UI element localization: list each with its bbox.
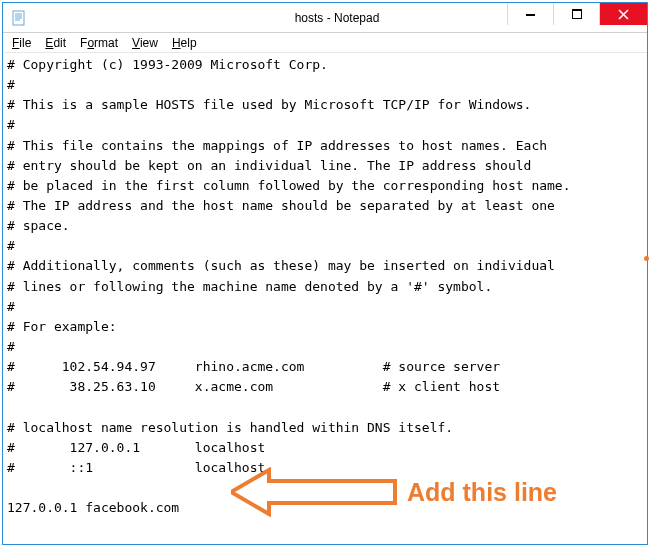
svg-marker-10: [231, 470, 395, 514]
titlebar[interactable]: hosts - Notepad: [3, 3, 647, 33]
menu-help[interactable]: Help: [165, 35, 204, 51]
maximize-button[interactable]: [553, 3, 599, 25]
svg-rect-5: [526, 14, 535, 16]
menu-edit[interactable]: Edit: [38, 35, 73, 51]
close-button[interactable]: [599, 3, 647, 25]
app-icon: [11, 10, 27, 26]
text-editor[interactable]: # Copyright (c) 1993-2009 Microsoft Corp…: [3, 53, 647, 544]
minimize-button[interactable]: [507, 3, 553, 25]
menu-view[interactable]: View: [125, 35, 165, 51]
annotation-label: Add this line: [407, 473, 557, 512]
menu-format[interactable]: Format: [73, 35, 125, 51]
annotation-overlay: Add this line: [231, 467, 557, 517]
notepad-window: hosts - Notepad File Edit Format View He…: [2, 2, 648, 545]
scroll-indicator-icon: [644, 256, 649, 261]
menubar: File Edit Format View Help: [3, 33, 647, 53]
menu-file[interactable]: File: [5, 35, 38, 51]
window-controls: [507, 3, 647, 25]
editor-content: # Copyright (c) 1993-2009 Microsoft Corp…: [7, 57, 571, 515]
svg-rect-7: [572, 9, 582, 11]
